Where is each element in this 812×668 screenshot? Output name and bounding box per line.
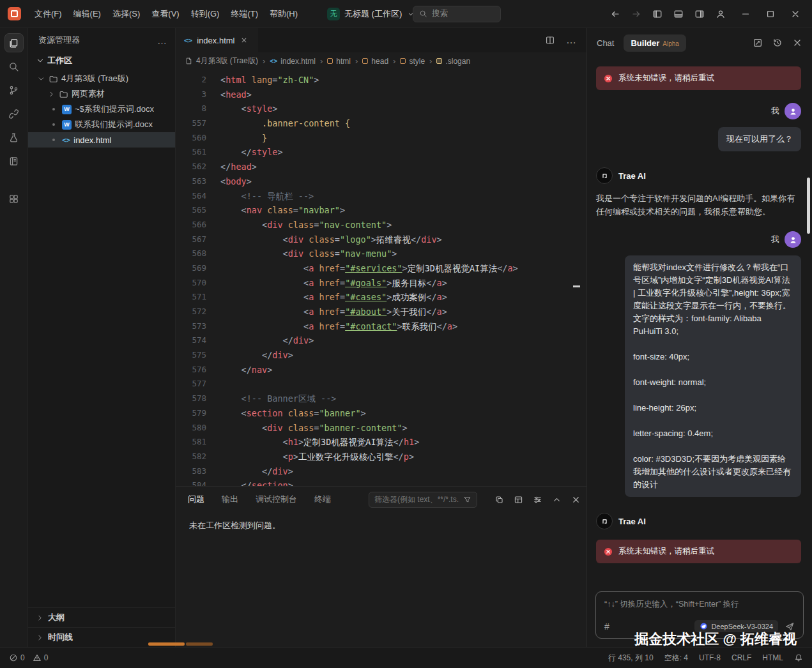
code-line: 2<html lang="zh-CN"> [176, 73, 586, 87]
panel-tab[interactable]: 输出 [222, 494, 238, 505]
activity-source-control[interactable] [4, 80, 24, 100]
line-number: 570 [176, 276, 206, 291]
tree-item[interactable]: <>index.html [28, 132, 175, 148]
table-view-icon[interactable] [514, 495, 523, 505]
outline-section[interactable]: 大纲 [28, 607, 175, 627]
activity-testing[interactable] [4, 128, 24, 147]
encoding[interactable]: UTF-8 [699, 653, 721, 662]
activity-references[interactable] [4, 104, 24, 123]
more-actions-icon[interactable]: … [157, 35, 167, 46]
maximize-panel-icon[interactable] [552, 495, 562, 505]
activity-explorer[interactable] [4, 33, 24, 52]
close-chat-icon[interactable] [792, 38, 802, 48]
code-editor[interactable]: 2<html lang="zh-CN">3<head>8 <style>557 … [176, 70, 586, 486]
toggle-panel-icon[interactable] [673, 9, 684, 19]
menu-item[interactable]: 编辑(E) [68, 5, 107, 23]
ai-name: Trae AI [618, 517, 646, 526]
account-icon[interactable] [716, 9, 726, 19]
language-mode[interactable]: HTML [762, 653, 783, 662]
tree-item[interactable]: W联系我们提示词.docx [28, 117, 175, 132]
error-banner: 系统未知错误，请稍后重试 [596, 540, 801, 563]
chevron-right-icon [47, 90, 56, 98]
tab-index-html[interactable]: <> index.html [176, 28, 257, 52]
maximize-button[interactable] [765, 9, 776, 19]
tree-item[interactable]: W~$系我们提示词.docx [28, 102, 175, 117]
sidebar-title: 资源管理器 [38, 34, 80, 46]
cursor-position[interactable]: 行 435, 列 10 [608, 653, 654, 664]
toggle-sidebar-icon[interactable] [652, 9, 663, 19]
close-button[interactable] [790, 9, 801, 19]
breadcrumb-separator: › [429, 56, 432, 66]
symbol-icon [327, 58, 333, 64]
code-line: 576 </nav> [176, 363, 586, 377]
activity-apps-grid[interactable] [4, 189, 24, 208]
tree-item[interactable]: 4月第3版 (Trae版) [28, 71, 175, 86]
line-number: 575 [176, 348, 206, 363]
breadcrumb-item[interactable]: 4月第3版 (Trae版) [185, 56, 258, 66]
ai-header-row: Trae AI [596, 167, 801, 184]
horizontal-scrollbar-thumb[interactable] [148, 642, 185, 646]
menu-item[interactable]: 查看(V) [146, 5, 185, 23]
code-text: <html lang="zh-CN"> [206, 73, 319, 87]
history-icon[interactable] [772, 38, 783, 48]
activity-notebook[interactable] [4, 151, 24, 171]
line-number: 572 [176, 305, 206, 319]
panel-tab[interactable]: 调试控制台 [256, 494, 297, 505]
context-hash-button[interactable]: # [604, 621, 609, 632]
filter-settings-icon[interactable] [533, 495, 542, 505]
copy-icon[interactable] [494, 495, 504, 505]
notifications-bell-icon[interactable] [794, 653, 803, 662]
search-icon [8, 61, 19, 72]
more-actions-icon[interactable]: … [566, 35, 577, 45]
tree-item[interactable]: 网页素材 [28, 86, 175, 102]
panel-tab[interactable]: 问题 [188, 494, 204, 505]
split-editor-icon[interactable] [545, 35, 555, 45]
watermark: 掘金技术社区 @ 拓维睿视 [634, 630, 797, 649]
breadcrumb-item[interactable]: head [362, 57, 388, 66]
horizontal-scrollbar-track[interactable] [186, 642, 213, 646]
breadcrumb-item[interactable]: <>index.html [270, 57, 316, 66]
folder-icon [49, 74, 58, 84]
workspace-section-header[interactable]: 工作区 [28, 52, 175, 71]
code-text: <nav class="navbar"> [206, 203, 345, 218]
code-line: 571 <a href="#cases">成功案例</a> [176, 290, 586, 305]
nav-back-icon[interactable] [610, 9, 620, 19]
app-logo-icon[interactable] [8, 7, 21, 20]
minimize-button[interactable] [740, 9, 751, 19]
breadcrumb-item[interactable]: style [400, 57, 425, 66]
close-panel-icon[interactable] [571, 495, 581, 505]
global-search[interactable]: 搜索 [413, 6, 501, 22]
code-line: 564 <!-- 导航栏 --> [176, 189, 586, 204]
menu-item[interactable]: 文件(F) [29, 5, 68, 23]
menu-item[interactable]: 转到(G) [185, 5, 226, 23]
warning-counter[interactable]: 0 [33, 653, 49, 662]
line-number: 564 [176, 189, 206, 204]
message-paragraph: color: #3D3D3D;不要因为考虑美观因素给我增加其他的什么设计或者更改… [633, 453, 793, 491]
tab-chat[interactable]: Chat [597, 38, 614, 48]
chat-scrollbar-thumb[interactable] [807, 178, 810, 234]
menu-item[interactable]: 终端(T) [225, 5, 264, 23]
breadcrumb-item[interactable]: .slogan [436, 57, 470, 66]
indentation[interactable]: 空格: 4 [664, 653, 688, 664]
title-bar: 文件(F)编辑(E)选择(S)查看(V)转到(G)终端(T)帮助(H) 无 无标… [0, 0, 812, 28]
error-counter[interactable]: 0 [9, 653, 25, 662]
menu-item[interactable]: 帮助(H) [264, 5, 303, 23]
code-text: <!-- Banner区域 --> [206, 391, 336, 406]
breadcrumb-item[interactable]: html [327, 57, 351, 66]
new-chat-icon[interactable] [753, 38, 763, 48]
menu-item[interactable]: 选择(S) [107, 5, 146, 23]
problems-counters[interactable]: 0 0 [9, 653, 48, 662]
code-text [206, 377, 220, 391]
code-line: 584 </section> [176, 478, 586, 486]
eol-sequence[interactable]: CRLF [732, 653, 751, 662]
code-text: <section class="banner"> [206, 406, 366, 421]
workspace-switcher[interactable]: 无 无标题 (工作区) [327, 8, 415, 20]
tab-builder[interactable]: Builder Alpha [624, 34, 686, 52]
line-number: 576 [176, 363, 206, 377]
activity-search[interactable] [4, 57, 24, 76]
nav-forward-icon[interactable] [631, 9, 641, 19]
toggle-secondary-sidebar-icon[interactable] [694, 9, 705, 19]
tab-close-icon[interactable] [240, 36, 249, 45]
problems-filter-input[interactable]: 筛选器(例如 text、**/*.ts... [369, 492, 477, 508]
panel-tab[interactable]: 终端 [314, 494, 331, 505]
